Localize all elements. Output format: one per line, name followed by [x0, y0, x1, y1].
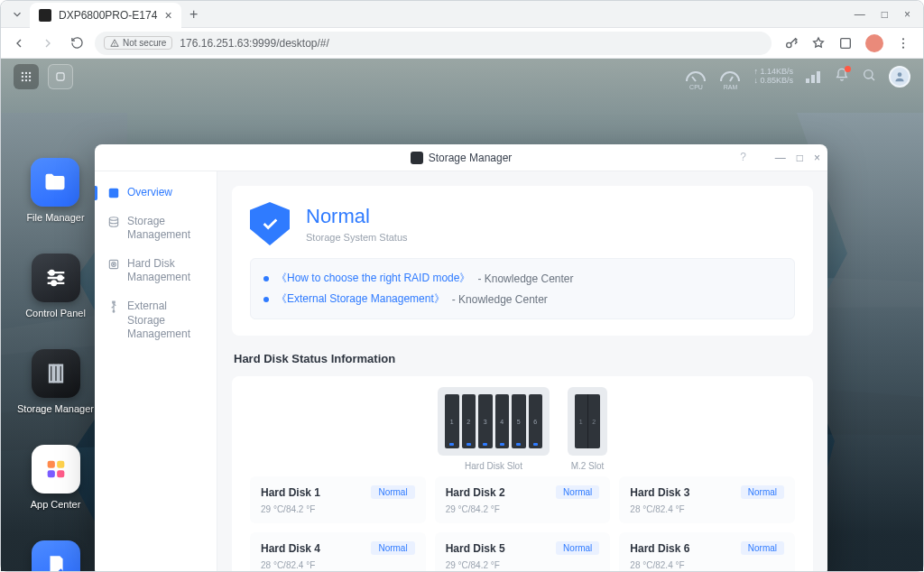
window-title: Storage Manager [429, 152, 513, 164]
user-avatar[interactable] [889, 66, 910, 88]
sidebar-item-external-storage[interactable]: External Storage Management [95, 292, 217, 349]
bay-m2-wrap: 1 2 M.2 Slot [568, 387, 607, 471]
app-icon [411, 152, 423, 164]
dock-app-center[interactable]: App Center [31, 445, 81, 510]
svg-point-14 [29, 79, 31, 81]
bay-slot[interactable]: 5 [512, 394, 526, 448]
disk-temp: 29 °C/84.2 °F [446, 504, 600, 514]
status-badge: Normal [371, 541, 414, 555]
bay-slot[interactable]: 3 [478, 394, 493, 448]
status-badge: Normal [556, 541, 599, 555]
window-max-button[interactable]: □ [797, 152, 803, 164]
disk-temp: 29 °C/84.2 °F [446, 560, 600, 570]
nas-desktop: CPU RAM ↑ 1.14KB/s ↓ 0.85KB/s [1, 59, 923, 571]
window-x-button[interactable]: × [814, 152, 820, 164]
disk-card[interactable]: Hard Disk 2Normal 29 °C/84.2 °F [435, 476, 611, 523]
sidebar-item-label: Storage Management [127, 215, 206, 243]
status-badge: Normal [371, 485, 414, 499]
disk-temp: 29 °C/84.2 °F [261, 504, 415, 514]
shield-check-icon [250, 202, 290, 245]
hdd-icon [107, 258, 120, 271]
dock-control-panel[interactable]: Control Panel [25, 254, 86, 318]
window-minimize-button[interactable]: — [855, 8, 865, 21]
bullet-icon [263, 276, 269, 281]
disk-temp: 28 °C/82.4 °F [630, 560, 784, 570]
window-maximize-button[interactable]: □ [882, 8, 888, 21]
bay-slot[interactable]: 6 [529, 394, 543, 448]
profile-avatar-icon[interactable] [865, 34, 883, 52]
browser-tab[interactable]: DXP6800PRO-E174 × [30, 3, 181, 28]
extensions-icon[interactable] [838, 36, 853, 51]
nav-back-button[interactable] [8, 32, 30, 54]
bullet-icon [263, 297, 269, 302]
search-button[interactable] [862, 68, 876, 86]
svg-point-18 [50, 271, 54, 275]
nav-reload-button[interactable] [66, 32, 88, 54]
app-center-icon [32, 445, 80, 494]
notification-dot [845, 66, 851, 72]
sidebar-item-hard-disk-management[interactable]: Hard Disk Management [95, 250, 217, 292]
disk-card[interactable]: Hard Disk 5Normal 29 °C/84.2 °F [435, 532, 611, 571]
bay-slot[interactable]: 4 [495, 394, 510, 448]
window-titlebar[interactable]: Storage Manager ? — □ × [95, 144, 827, 171]
ram-gauge[interactable]: RAM [719, 70, 741, 83]
window-close-button[interactable]: × [904, 8, 910, 21]
notifications-button[interactable] [835, 68, 849, 86]
cpu-gauge[interactable]: CPU [685, 70, 707, 83]
sidebar-item-overview[interactable]: Overview [95, 179, 217, 208]
disk-name: Hard Disk 4 [261, 542, 320, 555]
not-secure-badge[interactable]: Not secure [104, 36, 172, 50]
disk-card[interactable]: Hard Disk 1Normal 29 °C/84.2 °F [250, 476, 426, 523]
svg-rect-28 [109, 189, 119, 198]
app-grid-button[interactable] [14, 64, 39, 89]
bay-main-label: Hard Disk Slot [465, 461, 522, 471]
dock-file-manager[interactable]: File Manager [26, 158, 84, 223]
disk-card[interactable]: Hard Disk 4Normal 28 °C/82.4 °F [250, 532, 426, 571]
bay-main: 1 2 3 4 5 6 [438, 387, 550, 456]
m2-slot[interactable]: 2 [588, 394, 601, 448]
bookmark-star-icon[interactable] [811, 36, 826, 51]
sidebar-item-label: Hard Disk Management [127, 257, 206, 285]
disk-card[interactable]: Hard Disk 3Normal 28 °C/82.4 °F [619, 476, 795, 523]
browser-titlebar: DXP6800PRO-E174 × + — □ × [1, 1, 923, 28]
bay-m2-label: M.2 Slot [571, 461, 605, 471]
svg-point-10 [25, 76, 27, 78]
svg-rect-27 [57, 470, 64, 477]
kb-link[interactable]: 《External Storage Management》 [276, 291, 445, 307]
hd-card: 1 2 3 4 5 6 Hard Disk Slot [232, 376, 813, 571]
tabs-dropdown-button[interactable] [5, 2, 30, 27]
browser-menu-icon[interactable] [896, 36, 910, 51]
kb-link[interactable]: 《How to choose the right RAID mode》 [276, 271, 470, 286]
disk-card[interactable]: Hard Disk 6Normal 28 °C/82.4 °F [619, 532, 795, 571]
svg-rect-21 [50, 365, 53, 383]
status-subtitle: Storage System Status [306, 232, 408, 243]
dock-log-center[interactable]: Log Center [31, 540, 79, 571]
sliders-icon [32, 254, 80, 302]
svg-point-16 [864, 70, 873, 78]
nav-forward-button[interactable] [37, 32, 59, 54]
status-card: Normal Storage System Status 《How to cho… [232, 186, 813, 336]
sidebar-item-storage-management[interactable]: Storage Management [95, 208, 217, 250]
disk-name: Hard Disk 2 [446, 486, 505, 499]
home-button[interactable] [48, 64, 73, 89]
dock-storage-manager[interactable]: Storage Manager [17, 349, 94, 414]
storage-manager-window: Storage Manager ? — □ × Overview [95, 144, 827, 571]
window-sidebar: Overview Storage Management Hard Disk Ma… [95, 171, 217, 571]
tab-close-button[interactable]: × [164, 8, 171, 23]
window-help-button[interactable]: ? [740, 151, 746, 163]
m2-slot[interactable]: 1 [575, 394, 588, 448]
svg-point-8 [29, 72, 31, 74]
bay-m2: 1 2 [568, 387, 607, 456]
bay-slot[interactable]: 1 [445, 394, 459, 448]
window-min-button[interactable]: — [775, 152, 786, 164]
browser-addressbar: Not secure 176.16.251.63:9999/desktop/#/ [1, 28, 923, 59]
password-key-icon[interactable] [784, 36, 799, 51]
new-tab-button[interactable]: + [181, 6, 207, 23]
storage-icon [32, 349, 80, 398]
svg-point-4 [902, 42, 904, 43]
bay-slot[interactable]: 2 [462, 394, 476, 448]
url-field[interactable]: Not secure 176.16.251.63:9999/desktop/#/ [95, 32, 772, 55]
widgets-icon[interactable] [806, 70, 822, 83]
svg-point-5 [902, 46, 904, 48]
svg-point-12 [22, 79, 23, 81]
